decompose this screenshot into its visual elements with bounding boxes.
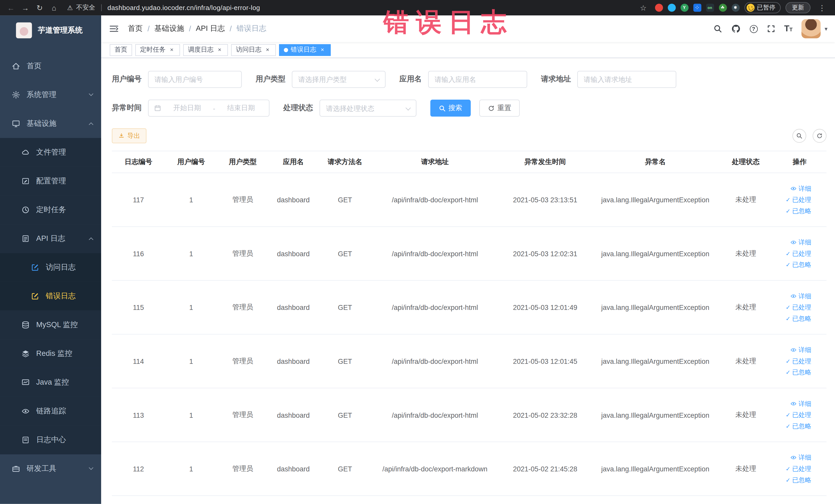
eye-icon: [791, 347, 797, 353]
sidebar-item-file-mgmt[interactable]: 文件管理: [0, 138, 101, 167]
sidebar-item-config-mgmt[interactable]: 配置管理: [0, 167, 101, 195]
tab-scheduled-tasks[interactable]: 定时任务×: [135, 44, 180, 56]
sidebar-item-mysql-monitor[interactable]: MySQL 监控: [0, 311, 101, 339]
avatar[interactable]: [802, 19, 821, 39]
sidebar-item-error-log[interactable]: 错误日志: [0, 282, 101, 310]
sidebar-item-api-log[interactable]: API 日志: [0, 224, 101, 253]
close-icon[interactable]: ×: [168, 46, 175, 53]
sidebar-logo[interactable]: 芋道管理系统: [0, 15, 101, 45]
mark-ignored-link[interactable]: ✓ 已忽略: [786, 314, 811, 323]
sidebar-item-label: 访问日志: [46, 263, 76, 272]
mark-processed-link[interactable]: ✓ 已处理: [786, 464, 811, 473]
extension-icon-5[interactable]: on: [706, 4, 714, 12]
app-name-input[interactable]: [428, 71, 527, 88]
back-icon[interactable]: ←: [4, 1, 18, 14]
sidebar-item-redis-monitor[interactable]: Redis 监控: [0, 339, 101, 368]
caret-down-icon[interactable]: ▾: [824, 25, 827, 32]
sidebar-item-home[interactable]: 首页: [0, 52, 101, 80]
mark-processed-link[interactable]: ✓ 已处理: [786, 249, 811, 258]
detail-link[interactable]: 详细: [791, 238, 811, 247]
sidebar-item-label: 链路追踪: [36, 406, 66, 416]
cell-actions: 详细 ✓ 已处理 ✓ 已忽略: [773, 453, 826, 484]
user-type-select[interactable]: [292, 71, 386, 88]
breadcrumb-item-home[interactable]: 首页: [128, 24, 143, 33]
extension-icon-1[interactable]: [655, 4, 663, 12]
home-icon[interactable]: ⌂: [47, 1, 61, 14]
breadcrumb-item-api-log[interactable]: API 日志: [196, 24, 225, 33]
mark-ignored-link[interactable]: ✓ 已忽略: [786, 368, 811, 377]
toggle-search-button[interactable]: [792, 129, 806, 143]
reload-icon[interactable]: ↻: [33, 1, 46, 14]
extension-icon-6[interactable]: ☘: [719, 4, 727, 12]
profile-chip[interactable]: 已暂停: [744, 2, 780, 13]
address-bar[interactable]: ⚠ 不安全 dashboard.yudao.iocoder.cn/infra/l…: [67, 3, 260, 12]
tab-access-log[interactable]: 访问日志×: [231, 44, 276, 56]
mark-ignored-link[interactable]: ✓ 已忽略: [786, 260, 811, 269]
cell-status: 未处理: [719, 249, 773, 258]
extension-icon-2[interactable]: [668, 4, 676, 12]
gear-icon: [12, 90, 20, 99]
sidebar-item-scheduled-tasks[interactable]: 定时任务: [0, 195, 101, 224]
tab-home[interactable]: 首页: [109, 44, 132, 56]
bookmark-star-icon[interactable]: ☆: [636, 1, 650, 14]
sidebar-item-dev-tools[interactable]: 研发工具: [0, 455, 101, 483]
detail-link[interactable]: 详细: [791, 345, 811, 354]
breadcrumb-item-infrastructure[interactable]: 基础设施: [154, 24, 184, 33]
tab-error-log[interactable]: 错误日志×: [279, 44, 331, 56]
refresh-button[interactable]: [813, 129, 827, 143]
cell-user-type: 管理员: [217, 464, 268, 473]
mark-processed-link[interactable]: ✓ 已处理: [786, 195, 811, 204]
request-url-input[interactable]: [577, 71, 676, 88]
kebab-menu-icon[interactable]: ⋮: [815, 1, 829, 14]
mark-ignored-link[interactable]: ✓ 已忽略: [786, 206, 811, 216]
extension-icon-7[interactable]: ✱: [731, 4, 739, 12]
header-method: 请求方法名: [318, 151, 371, 173]
search-button[interactable]: 搜索: [430, 100, 471, 117]
logo-image: [16, 22, 32, 38]
reset-button[interactable]: 重置: [479, 100, 520, 117]
mark-ignored-link[interactable]: ✓ 已忽略: [786, 476, 811, 484]
extension-icon-4[interactable]: ⁘: [693, 4, 701, 12]
sidebar-item-log-center[interactable]: 日志中心: [0, 426, 101, 455]
user-id-input[interactable]: [148, 71, 242, 88]
close-icon[interactable]: ×: [319, 46, 326, 53]
sidebar-item-link-tracing[interactable]: 链路追踪: [0, 397, 101, 426]
mark-processed-link[interactable]: ✓ 已处理: [786, 303, 811, 312]
cell-user-type: 管理员: [217, 356, 268, 366]
extension-icon-3[interactable]: Y: [680, 4, 688, 12]
github-icon[interactable]: [731, 24, 740, 33]
sidebar-item-infrastructure[interactable]: 基础设施: [0, 109, 101, 138]
font-size-icon[interactable]: TT: [784, 24, 793, 33]
sidebar-item-label: Redis 监控: [36, 349, 72, 358]
close-icon[interactable]: ×: [264, 46, 271, 53]
detail-link[interactable]: 详细: [791, 399, 811, 408]
search-icon[interactable]: [713, 24, 722, 33]
mark-processed-link[interactable]: ✓ 已处理: [786, 410, 811, 419]
tab-schedule-log[interactable]: 调度日志×: [183, 44, 228, 56]
filter-label: 异常时间: [112, 103, 142, 113]
security-label[interactable]: 不安全: [76, 3, 95, 12]
forward-icon[interactable]: →: [19, 1, 32, 14]
date-range-picker[interactable]: 开始日期 - 结束日期: [148, 100, 269, 117]
sidebar-item-system-mgmt[interactable]: 系统管理: [0, 80, 101, 109]
browser-right-cluster: ☆ Y ⁘ on ☘ ✱ 已暂停 更新 ⋮: [636, 1, 831, 14]
cell-exception-time: 2021-05-03 12:01:45: [498, 357, 592, 365]
export-button[interactable]: 导出: [112, 128, 147, 143]
sidebar-item-java-monitor[interactable]: Java 监控: [0, 368, 101, 397]
cell-method: GET: [318, 357, 371, 365]
close-icon[interactable]: ×: [216, 46, 223, 53]
update-button[interactable]: 更新: [786, 2, 811, 13]
mark-processed-link[interactable]: ✓ 已处理: [786, 357, 811, 366]
url-text[interactable]: dashboard.yudao.iocoder.cn/infra/log/api…: [107, 4, 260, 12]
process-status-select[interactable]: [320, 100, 416, 117]
chevron-up-icon: [89, 238, 94, 242]
sidebar-item-access-log[interactable]: 访问日志: [0, 253, 101, 282]
hamburger-icon[interactable]: [101, 15, 127, 42]
detail-link[interactable]: 详细: [791, 184, 811, 193]
profile-badge-label: 已暂停: [757, 4, 775, 12]
mark-ignored-link[interactable]: ✓ 已忽略: [786, 422, 811, 430]
fullscreen-icon[interactable]: [767, 24, 775, 33]
help-icon[interactable]: ?: [750, 25, 757, 33]
detail-link[interactable]: 详细: [791, 453, 811, 462]
detail-link[interactable]: 详细: [791, 292, 811, 301]
